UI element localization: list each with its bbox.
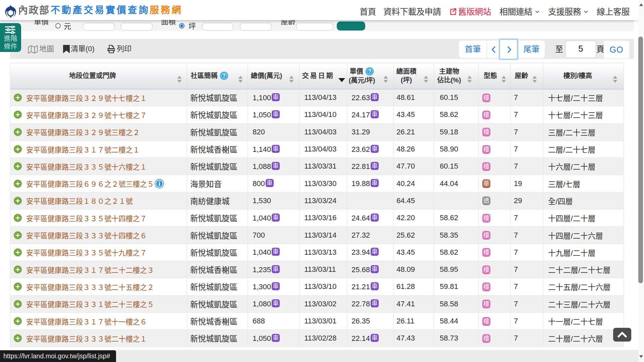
svg-text:?: ?	[222, 73, 226, 79]
svg-text:?: ?	[368, 69, 371, 74]
